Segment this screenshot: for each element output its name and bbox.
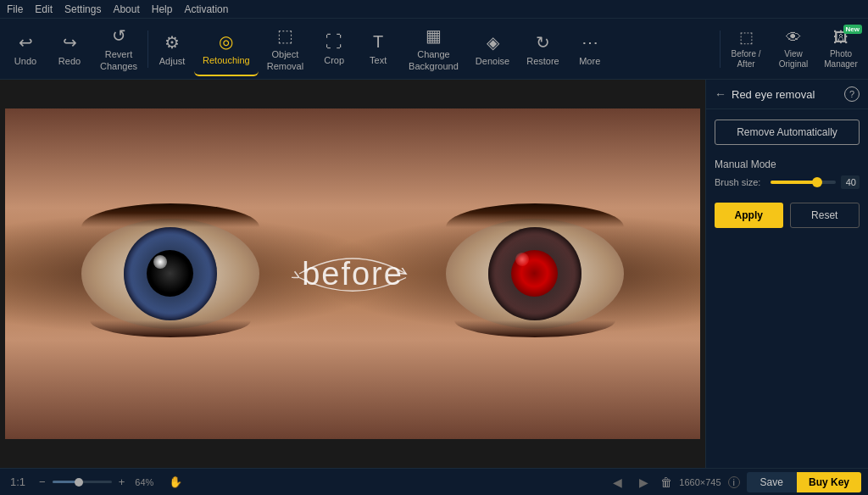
right-iris: [488, 227, 581, 320]
revert-label: RevertChanges: [100, 49, 137, 71]
menu-settings[interactable]: Settings: [64, 3, 101, 15]
text-label: Text: [370, 55, 387, 65]
change-bg-label: ChangeBackground: [409, 49, 459, 71]
photo-manager-button[interactable]: New 🖼 PhotoManager: [817, 22, 865, 76]
restore-label: Restore: [526, 56, 559, 66]
menu-help[interactable]: Help: [152, 3, 173, 15]
crop-icon: ⛶: [326, 32, 342, 52]
status-right: 🗑 1660×745 i Save Buy Key: [660, 472, 861, 492]
apply-button[interactable]: Apply: [715, 203, 783, 228]
left-highlight: [153, 255, 167, 269]
object-removal-label: ObjectRemoval: [267, 49, 303, 71]
zoom-in-button[interactable]: +: [115, 474, 129, 490]
restore-button[interactable]: ↻ Restore: [518, 22, 568, 76]
right-eye: [446, 219, 624, 329]
undo-label: Undo: [14, 56, 36, 66]
fit-button[interactable]: 1:1: [7, 474, 29, 490]
text-button[interactable]: T Text: [356, 22, 400, 76]
right-highlight: [515, 253, 529, 266]
save-button[interactable]: Save: [747, 472, 797, 492]
manual-mode-label: Manual Mode: [706, 155, 868, 172]
zoom-slider-area: − +: [36, 474, 128, 490]
status-center: ◀ ▶: [608, 474, 654, 491]
brush-size-label: Brush size:: [715, 177, 765, 187]
new-badge: New: [843, 25, 862, 34]
zoom-percentage: 64%: [135, 477, 159, 487]
revert-button[interactable]: ↺ RevertChanges: [92, 22, 146, 76]
redo-icon: ↪: [63, 32, 77, 53]
redo-label: Redo: [58, 56, 81, 66]
toolbar-separator-2: [720, 31, 721, 68]
retouching-label: Retouching: [203, 55, 250, 65]
remove-automatically-button[interactable]: Remove Automatically: [715, 120, 860, 145]
help-button[interactable]: ?: [844, 86, 860, 102]
photo-manager-label: PhotoManager: [824, 49, 857, 70]
delete-button[interactable]: 🗑: [660, 476, 672, 489]
adjust-button[interactable]: ⚙ Adjust: [150, 22, 194, 76]
more-label: More: [579, 56, 600, 66]
zoom-out-button[interactable]: −: [36, 474, 49, 490]
image-canvas[interactable]: before: [5, 108, 700, 439]
hand-tool-button[interactable]: ✋: [165, 474, 186, 490]
brush-size-row: Brush size: 40: [706, 172, 868, 192]
back-button[interactable]: ←: [715, 87, 726, 101]
view-original-label: ViewOriginal: [779, 49, 808, 70]
change-background-button[interactable]: ▦ ChangeBackground: [400, 22, 467, 76]
denoise-icon: ◈: [487, 32, 499, 53]
redo-button[interactable]: ↪ Redo: [47, 22, 92, 76]
buy-key-button[interactable]: Buy Key: [797, 472, 861, 492]
canvas-area[interactable]: before: [0, 80, 705, 468]
zoom-thumb[interactable]: [75, 478, 83, 487]
action-row: Apply Reset: [706, 192, 868, 235]
image-dimensions: 1660×745: [679, 477, 721, 487]
right-panel: ← Red eye removal ? Remove Automatically…: [705, 80, 868, 468]
status-left: 1:1 − + 64% ✋: [7, 474, 601, 490]
undo-button[interactable]: ↩ Undo: [3, 22, 47, 76]
left-iris: [124, 227, 217, 320]
view-original-button[interactable]: 👁 ViewOriginal: [770, 22, 817, 76]
adjust-label: Adjust: [159, 56, 186, 66]
panel-title: Red eye removal: [732, 88, 815, 101]
toolbar: ↩ Undo ↪ Redo ↺ RevertChanges ⚙ Adjust ◎…: [0, 19, 868, 80]
menu-file[interactable]: File: [7, 3, 23, 15]
next-image-button[interactable]: ▶: [634, 474, 654, 491]
view-original-icon: 👁: [786, 29, 801, 47]
change-bg-icon: ▦: [426, 25, 442, 46]
prev-image-button[interactable]: ◀: [608, 474, 627, 491]
slider-thumb[interactable]: [812, 177, 822, 187]
undo-icon: ↩: [19, 32, 33, 53]
before-after-button[interactable]: ⬚ Before /After: [722, 22, 770, 76]
object-removal-icon: ⬚: [277, 25, 293, 46]
denoise-button[interactable]: ◈ Denoise: [467, 22, 518, 76]
menu-edit[interactable]: Edit: [35, 3, 53, 15]
zoom-track[interactable]: [53, 481, 112, 483]
brush-size-value: 40: [841, 175, 860, 189]
save-area: Save Buy Key: [747, 472, 861, 492]
restore-icon: ↻: [536, 32, 550, 53]
text-icon: T: [373, 32, 383, 52]
panel-header: ← Red eye removal ?: [706, 80, 868, 109]
retouching-icon: ◎: [219, 31, 233, 52]
more-button[interactable]: ⋯ More: [568, 22, 612, 76]
info-button[interactable]: i: [728, 476, 740, 488]
revert-icon: ↺: [112, 25, 126, 46]
adjust-icon: ⚙: [164, 32, 180, 53]
slider-fill: [771, 181, 817, 184]
reset-button[interactable]: Reset: [790, 203, 860, 228]
before-after-icon: ⬚: [739, 28, 754, 47]
object-removal-button[interactable]: ⬚ ObjectRemoval: [259, 22, 312, 76]
menu-about[interactable]: About: [113, 3, 139, 15]
crop-label: Crop: [324, 55, 344, 65]
panel-title-row: ← Red eye removal: [715, 87, 815, 101]
brush-size-slider[interactable]: [771, 181, 836, 184]
denoise-label: Denoise: [476, 56, 509, 66]
more-icon: ⋯: [581, 32, 598, 53]
main-area: before ← Red: [0, 80, 868, 468]
before-after-label: Before /After: [731, 49, 760, 70]
toolbar-separator-1: [147, 31, 148, 68]
crop-button[interactable]: ⛶ Crop: [312, 22, 356, 76]
retouching-button[interactable]: ◎ Retouching: [194, 22, 259, 76]
menu-activation[interactable]: Activation: [184, 3, 228, 15]
menu-bar: File Edit Settings About Help Activation: [0, 0, 868, 19]
left-eye: [81, 219, 259, 329]
